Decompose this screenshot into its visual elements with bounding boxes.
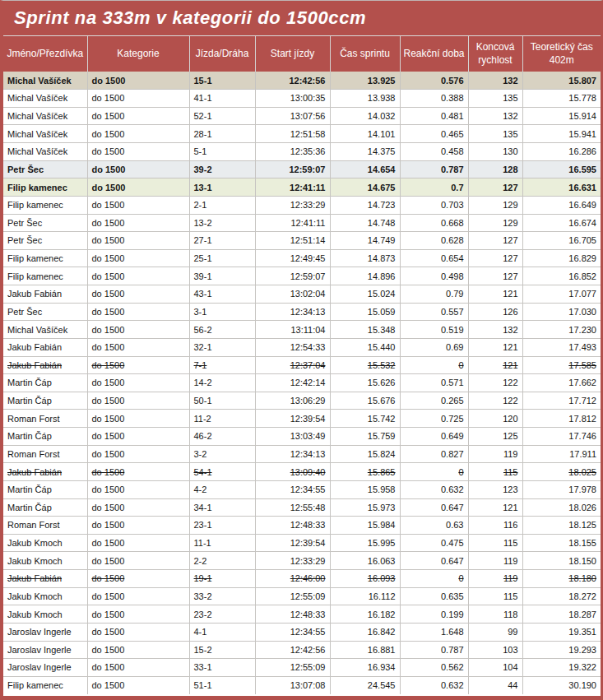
table-row: Jaroslav Ingerledo 150015-212:42:5616.88… [3,641,601,659]
cell-name: Petr Šec [3,303,87,321]
cell-name: Jakub Fabián [3,338,87,356]
cell-name: Michal Vašíček [3,107,87,125]
table-row: Jakub Fabiándo 150019-112:46:0016.093011… [3,570,601,588]
cell-theoretical: 17.746 [522,428,601,446]
cell-speed: 121 [468,285,522,304]
table-row: Jakub Fabiándo 150054-113:09:4015.865011… [3,463,601,481]
cell-category: do 1500 [87,659,189,677]
cell-category: do 1500 [87,374,189,392]
cell-theoretical: 19.293 [522,641,601,659]
cell-start: 12:35:36 [255,143,330,161]
cell-category: do 1500 [87,517,189,535]
cell-category: do 1500 [87,143,189,161]
table-row: Jakub Fabiándo 150043-113:02:0415.0240.7… [3,285,601,304]
cell-speed: 125 [468,428,522,446]
cell-reaction: 0.458 [400,143,468,161]
cell-category: do 1500 [87,178,189,197]
table-row: Petr Šecdo 15003-112:34:1315.0590.557126… [3,303,601,321]
cell-category: do 1500 [87,534,189,552]
cell-speed: 127 [468,267,522,285]
cell-speed: 119 [468,552,522,570]
cell-name: Roman Forst [3,517,87,535]
cell-start: 13:02:04 [255,285,330,304]
cell-speed: 122 [468,392,522,410]
cell-name: Jaroslav Ingerle [3,659,87,677]
cell-theoretical: 15.778 [522,90,601,108]
cell-category: do 1500 [87,160,189,178]
cell-start: 13:07:08 [255,676,330,694]
cell-start: 12:41:11 [255,178,330,197]
cell-theoretical: 18.026 [522,498,601,517]
table-row: Filip kamenecdo 150039-112:59:0714.8960.… [3,267,601,285]
cell-category: do 1500 [87,72,189,90]
header-cell-start: Start jízdy [255,36,330,72]
cell-speed: 104 [468,659,522,677]
cell-start: 12:59:07 [255,160,330,178]
cell-start: 12:59:07 [255,267,330,285]
cell-speed: 132 [468,72,522,90]
cell-ride: 34-1 [189,498,255,517]
header-cell-theoretical: Teoretický čas 402m [522,36,601,72]
cell-ride: 51-1 [189,676,255,694]
cell-ride: 50-1 [189,392,255,410]
table-row: Martin Čápdo 150046-213:03:4915.7590.649… [3,428,601,446]
cell-ride: 32-1 [189,338,255,356]
table-row: Michal Vašíčekdo 15005-112:35:3614.3750.… [3,143,601,161]
cell-reaction: 0.576 [400,72,468,90]
cell-name: Filip kamenec [3,267,87,285]
cell-theoretical: 18.180 [522,570,601,588]
cell-reaction: 0.465 [400,125,468,143]
table-row: Martin Čápdo 150014-212:42:1415.6260.571… [3,374,601,392]
cell-speed: 123 [468,480,522,498]
cell-sprint: 14.749 [330,232,400,250]
cell-sprint: 14.896 [330,267,400,285]
cell-theoretical: 16.705 [522,232,601,250]
table-row: Michal Vašíčekdo 150056-213:11:0415.3480… [3,321,601,339]
cell-ride: 27-1 [189,232,255,250]
table-row: Petr Šecdo 150039-212:59:0714.6540.78712… [3,160,601,178]
cell-reaction: 0.475 [400,534,468,552]
table-row: Martin Čápdo 150050-113:06:2915.6760.265… [3,392,601,410]
cell-start: 12:42:56 [255,72,330,90]
cell-speed: 116 [468,517,522,535]
cell-sprint: 14.675 [330,178,400,197]
table-row: Jaroslav Ingerledo 150033-112:55:0916.93… [3,659,601,677]
cell-ride: 56-2 [189,321,255,339]
cell-name: Jaroslav Ingerle [3,641,87,659]
cell-sprint: 14.723 [330,196,400,214]
cell-name: Martin Čáp [3,392,87,410]
cell-category: do 1500 [87,480,189,498]
cell-sprint: 15.348 [330,321,400,339]
cell-category: do 1500 [87,587,189,605]
cell-category: do 1500 [87,249,189,267]
cell-reaction: 0.725 [400,410,468,428]
cell-reaction: 0.7 [400,178,468,197]
cell-sprint: 14.748 [330,214,400,232]
table-row: Jakub Kmochdo 150023-212:48:3316.1820.19… [3,605,601,624]
cell-reaction: 0.827 [400,445,468,463]
cell-name: Petr Šec [3,214,87,232]
cell-speed: 121 [468,356,522,374]
cell-category: do 1500 [87,552,189,570]
cell-start: 12:33:29 [255,552,330,570]
cell-sprint: 16.063 [330,552,400,570]
cell-sprint: 15.973 [330,498,400,517]
cell-speed: 132 [468,107,522,125]
cell-start: 12:34:55 [255,480,330,498]
cell-sprint: 24.545 [330,676,400,694]
cell-sprint: 15.958 [330,480,400,498]
cell-name: Martin Čáp [3,480,87,498]
cell-reaction: 0.63 [400,517,468,535]
cell-start: 12:41:11 [255,214,330,232]
cell-start: 12:49:45 [255,249,330,267]
cell-theoretical: 16.674 [522,214,601,232]
cell-start: 12:55:09 [255,587,330,605]
cell-name: Michal Vašíček [3,72,87,90]
cell-reaction: 0.632 [400,480,468,498]
cell-start: 12:42:56 [255,641,330,659]
table-row: Michal Vašíčekdo 150028-112:51:5814.1010… [3,125,601,143]
cell-category: do 1500 [87,267,189,285]
cell-theoretical: 18.025 [522,463,601,481]
cell-speed: 103 [468,641,522,659]
table-row: Michal Vašíčekdo 150052-113:07:5614.0320… [3,107,601,125]
